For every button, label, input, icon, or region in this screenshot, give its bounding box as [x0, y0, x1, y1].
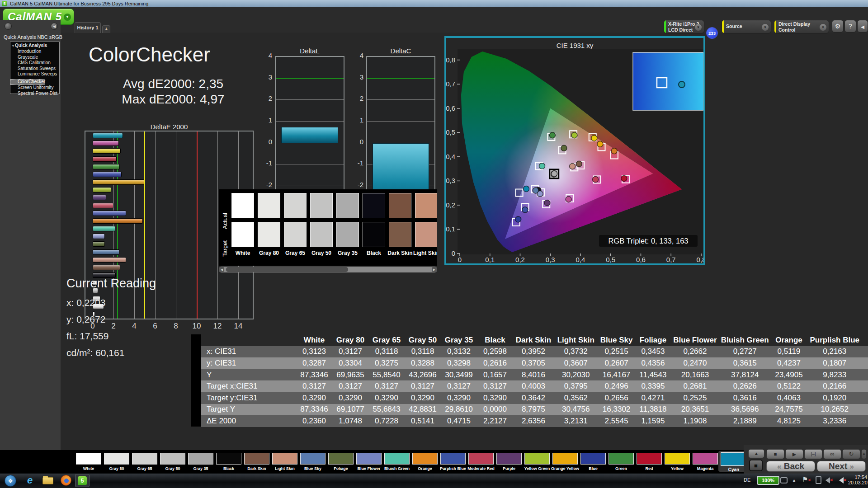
- sidebar-item-spectral-power-dist-[interactable]: Spectral Power Dist.: [10, 91, 59, 96]
- help-button[interactable]: ?: [844, 20, 856, 33]
- settings-button[interactable]: ⚙: [832, 20, 844, 33]
- cell-gray-65: 55,6843: [368, 405, 405, 414]
- strip-swatch-yellow-green[interactable]: [524, 453, 550, 465]
- cell-gray-80: 0,3304: [332, 359, 368, 368]
- chevron-down-icon[interactable]: ▼: [695, 24, 702, 31]
- strip-swatch-foliage[interactable]: [328, 453, 354, 465]
- strip-swatch-purplish-blue[interactable]: [440, 453, 466, 465]
- source-selector[interactable]: Source ▼: [722, 20, 771, 33]
- strip-swatch-gray-65[interactable]: [132, 453, 157, 465]
- volume-muted-icon[interactable]: ×: [839, 477, 846, 484]
- sidebar-item-quick-analysis[interactable]: ▾Quick Analysis: [10, 43, 59, 49]
- clipboard-tray-icon[interactable]: [816, 476, 821, 484]
- strip-swatch-white[interactable]: [76, 453, 101, 465]
- current-reading-x: x: 0,2203: [66, 297, 105, 308]
- sidebar-item-introduction[interactable]: Introduction: [10, 49, 59, 54]
- cie-measured-yellow-green: [571, 132, 577, 138]
- clock[interactable]: 17:54 20.03.2014: [848, 474, 867, 485]
- strip-swatch-orange-yellow[interactable]: [552, 453, 578, 465]
- scrollbar-thumb[interactable]: [226, 267, 348, 272]
- strip-swatch-gray-80[interactable]: [104, 453, 129, 465]
- sidebar-item-screen-uniformity[interactable]: Screen Uniformity: [10, 85, 59, 90]
- range-button[interactable]: [–]: [804, 449, 822, 459]
- table-row-target-x-cie31: Target x:CIE310,31270,31270,31270,31270,…: [201, 380, 868, 392]
- meter-selector[interactable]: X-Rite i1Pro 2 LCD Direct View ▼: [664, 20, 704, 33]
- strip-swatch-red[interactable]: [637, 453, 662, 465]
- strip-swatch-bluish-green[interactable]: [384, 453, 410, 465]
- cell-foliage: 0,4271: [635, 394, 671, 403]
- strip-swatch-light-skin[interactable]: [272, 453, 297, 465]
- tray-expand-icon[interactable]: ▲: [792, 478, 796, 483]
- stop-button[interactable]: ■: [766, 449, 784, 459]
- cie-measured-green: [549, 132, 555, 138]
- record-button[interactable]: ●: [861, 449, 867, 459]
- target-swatch-gray-65: [284, 222, 307, 247]
- strip-swatch-green[interactable]: [609, 453, 634, 465]
- refresh-button[interactable]: ↻: [842, 449, 860, 459]
- strip-label-green: Green: [607, 466, 636, 471]
- chevron-down-icon[interactable]: ▼: [820, 24, 826, 31]
- workflow-menu-button[interactable]: [5, 23, 12, 30]
- cell-gray-65: 0,3127: [368, 382, 405, 391]
- strip-swatch-cyan[interactable]: [721, 452, 747, 466]
- stop-large-button[interactable]: ■: [749, 460, 763, 471]
- display-control-selector[interactable]: Direct Display Control ▼: [774, 20, 829, 33]
- strip-label-magenta: Magenta: [691, 466, 720, 471]
- strip-swatch-black[interactable]: [216, 453, 241, 465]
- collapse-up-button[interactable]: ▲: [748, 449, 764, 458]
- strip-swatch-yellow[interactable]: [665, 453, 690, 465]
- deltac-tick-label: 1: [350, 116, 363, 124]
- sidebar-item-saturation-sweeps[interactable]: Saturation Sweeps: [10, 66, 59, 71]
- collapse-panel-button[interactable]: ◀: [857, 20, 868, 33]
- start-button[interactable]: ❖: [5, 475, 16, 487]
- strip-swatch-gray-35[interactable]: [188, 453, 213, 465]
- battery-indicator[interactable]: 100%: [757, 476, 779, 485]
- sidebar-item-cms-calibration[interactable]: CMS Calibration: [10, 60, 59, 66]
- strip-swatch-blue-flower[interactable]: [356, 453, 382, 465]
- sidebar-item-grayscale[interactable]: Grayscale: [10, 55, 59, 60]
- target-swatch-light-skin: [415, 222, 437, 247]
- actual-swatch-gray-35: [336, 193, 359, 218]
- taskbar-firefox-icon[interactable]: [61, 475, 71, 486]
- strip-swatch-gray-50[interactable]: [160, 453, 185, 465]
- cell-gray-65: Gray 65: [368, 336, 405, 345]
- scroll-right-button[interactable]: ▶: [432, 267, 437, 272]
- taskbar-ie-icon[interactable]: e: [24, 474, 36, 487]
- next-button[interactable]: Next »: [817, 461, 866, 472]
- cell-bluish-green: 0,3615: [719, 359, 771, 368]
- tab-history-1[interactable]: History 1: [75, 22, 101, 33]
- cell-purplish-blue: 3,2336: [807, 417, 863, 426]
- strip-swatch-purple[interactable]: [496, 453, 522, 465]
- strip-swatch-dark-skin[interactable]: [244, 453, 269, 465]
- language-indicator[interactable]: DE: [744, 477, 750, 483]
- sidebar-item-colorchecker[interactable]: ColorChecker: [10, 79, 45, 84]
- svg-text:0,6: 0,6: [446, 104, 455, 112]
- sidebar-item-luminance-sweeps[interactable]: Luminance Sweeps: [10, 71, 59, 77]
- taskbar-calman-icon[interactable]: 5: [75, 474, 90, 487]
- window-titlebar[interactable]: 5 CalMAN 5 CalMAN Ultimate for Business …: [0, 0, 868, 7]
- strip-swatch-blue-sky[interactable]: [300, 453, 326, 465]
- cell-gray-65: 0,3275: [368, 359, 405, 368]
- strip-swatch-magenta[interactable]: [693, 453, 718, 465]
- cell-gray-80: Gray 80: [332, 336, 368, 345]
- strip-swatch-orange[interactable]: [412, 453, 438, 465]
- meter-status-indicator: [664, 20, 666, 33]
- window-title: CalMAN 5 CalMAN Ultimate for Business 29…: [10, 0, 148, 7]
- back-button[interactable]: « Back: [766, 461, 815, 472]
- swatch-panel-scrollbar[interactable]: ◀ ▶: [219, 267, 437, 272]
- continuous-button[interactable]: ∞: [823, 449, 841, 459]
- tree-expander-icon[interactable]: ▾: [12, 44, 14, 48]
- sidebar-collapse-button[interactable]: ◀: [51, 23, 58, 30]
- speaker-muted-icon[interactable]: ×: [826, 477, 833, 484]
- scroll-left-button[interactable]: ◀: [219, 267, 224, 272]
- strip-swatch-blue[interactable]: [580, 453, 606, 465]
- actual-swatch-gray-65: [284, 193, 307, 218]
- cell-orange: 0,4237: [771, 359, 807, 368]
- chevron-down-icon[interactable]: ▼: [762, 24, 769, 31]
- action-center-flag-icon[interactable]: ⚑×: [802, 475, 811, 483]
- play-button[interactable]: ▶: [785, 449, 803, 459]
- add-tab-button[interactable]: +: [102, 25, 110, 33]
- logo-dropdown-icon[interactable]: ▼: [64, 14, 71, 21]
- taskbar-explorer-icon[interactable]: [42, 477, 53, 484]
- strip-swatch-moderate-red[interactable]: [468, 453, 494, 465]
